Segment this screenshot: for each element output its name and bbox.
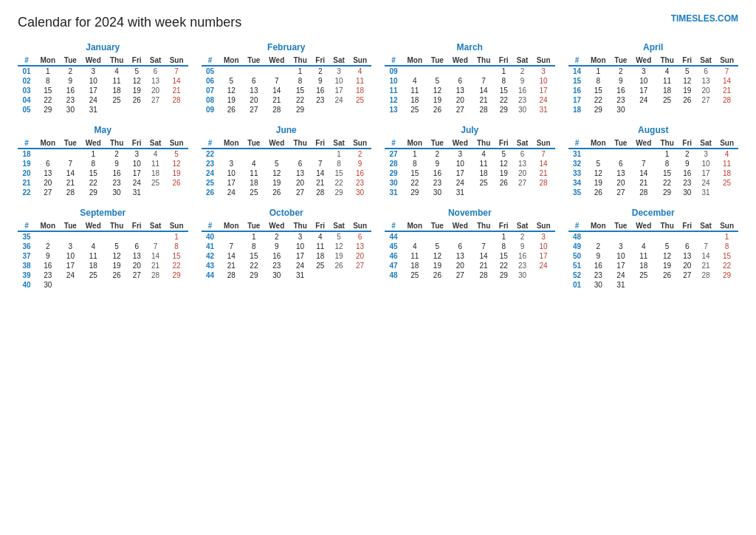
table-cell: 22 <box>81 178 106 188</box>
table-cell: 22 <box>402 178 427 188</box>
table-cell: 23 <box>202 159 219 168</box>
table-cell: 12 <box>165 159 188 168</box>
col-header-fri: Fri <box>128 55 145 66</box>
table-cell: 29 <box>81 188 106 197</box>
table-cell: 23 <box>427 178 447 188</box>
table-cell <box>264 66 289 76</box>
table-cell: 19 <box>128 86 145 95</box>
table-cell: 22 <box>495 95 512 105</box>
table-cell: 15 <box>656 168 678 178</box>
table-cell: 3 <box>611 242 631 251</box>
col-header-sun: Sun <box>165 55 188 66</box>
table-cell: 22 <box>715 261 738 270</box>
table-cell: 27 <box>512 178 532 188</box>
table-cell: 24 <box>219 188 244 197</box>
table-cell <box>312 149 329 159</box>
table-cell <box>611 231 631 242</box>
table-cell: 12 <box>128 76 145 86</box>
table-cell: 49 <box>568 242 586 251</box>
table-cell: 10 <box>631 76 656 86</box>
table-cell: 14 <box>715 76 738 86</box>
table-cell: 35 <box>568 188 586 197</box>
table-cell: 9 <box>312 76 329 86</box>
table-cell: 31 <box>532 105 555 115</box>
table-cell: 14 <box>264 86 289 95</box>
month-title: June <box>202 125 372 135</box>
table-cell: 7 <box>312 159 329 168</box>
table-cell: 11 <box>715 159 738 168</box>
col-header-wed: Wed <box>448 138 473 149</box>
table-cell: 31 <box>128 188 145 197</box>
table-cell: 19 <box>495 168 512 178</box>
col-header-mon: Mon <box>402 221 427 231</box>
table-cell: 11 <box>81 251 106 261</box>
table-cell: 10 <box>532 76 555 86</box>
table-cell <box>402 66 427 76</box>
table-cell <box>402 231 427 242</box>
table-cell <box>696 231 715 242</box>
table-cell: 46 <box>385 251 402 261</box>
table-cell: 24 <box>532 95 555 105</box>
col-header-sat: Sat <box>512 138 532 149</box>
table-cell: 20 <box>611 178 631 188</box>
table-row: 15891011121314 <box>568 76 739 86</box>
col-header-#: # <box>568 221 586 231</box>
col-header-tue: Tue <box>427 138 447 149</box>
table-cell: 24 <box>202 168 219 178</box>
table-cell <box>60 231 80 242</box>
table-cell: 5 <box>106 242 128 251</box>
col-header-mon: Mon <box>35 138 60 149</box>
table-cell: 19 <box>264 178 289 188</box>
table-cell: 7 <box>715 66 738 76</box>
table-cell: 24 <box>696 178 715 188</box>
table-cell: 4 <box>348 66 371 76</box>
table-row: 44123 <box>385 231 555 242</box>
table-cell: 27 <box>244 105 264 115</box>
table-cell: 1 <box>329 149 348 159</box>
table-cell: 18 <box>106 86 128 95</box>
table-cell <box>448 231 473 242</box>
table-cell: 27 <box>448 105 473 115</box>
table-cell: 5 <box>586 159 611 168</box>
table-cell: 40 <box>202 231 219 242</box>
col-header-fri: Fri <box>678 221 696 231</box>
table-cell: 29 <box>495 270 512 280</box>
table-cell <box>472 231 495 242</box>
table-cell: 11 <box>244 168 264 178</box>
table-cell: 20 <box>696 86 715 95</box>
col-header-fri: Fri <box>678 138 696 149</box>
col-header-sun: Sun <box>532 55 555 66</box>
table-cell <box>35 149 60 159</box>
table-cell: 29 <box>35 105 60 115</box>
table-cell: 18 <box>145 168 165 178</box>
table-cell: 1 <box>402 149 427 159</box>
table-row: 4718192021222324 <box>385 261 555 270</box>
table-cell: 2 <box>512 231 532 242</box>
table-cell: 17 <box>532 86 555 95</box>
table-cell: 17 <box>128 168 145 178</box>
table-cell: 22 <box>18 188 35 197</box>
table-cell: 4 <box>81 242 106 251</box>
table-cell: 29 <box>329 188 348 197</box>
table-cell: 14 <box>145 251 165 261</box>
table-cell <box>586 231 611 242</box>
table-cell <box>60 280 80 290</box>
table-cell: 29 <box>244 270 264 280</box>
table-cell: 10 <box>81 76 106 86</box>
table-row: 3923242526272829 <box>18 270 188 280</box>
table-cell: 10 <box>219 168 244 178</box>
table-cell: 42 <box>202 251 219 261</box>
table-cell: 19 <box>427 95 447 105</box>
table-cell: 2 <box>60 66 80 76</box>
table-cell: 6 <box>128 242 145 251</box>
month-title: February <box>202 42 372 52</box>
col-header-tue: Tue <box>60 55 80 66</box>
table-cell <box>106 231 128 242</box>
table-cell: 10 <box>696 159 715 168</box>
table-cell: 5 <box>678 66 696 76</box>
col-header-sat: Sat <box>696 138 715 149</box>
table-cell: 2 <box>678 149 696 159</box>
table-cell <box>631 231 656 242</box>
calendars-grid: January#MonTueWedThuFriSatSun01123456702… <box>18 42 738 290</box>
table-cell: 1 <box>495 231 512 242</box>
